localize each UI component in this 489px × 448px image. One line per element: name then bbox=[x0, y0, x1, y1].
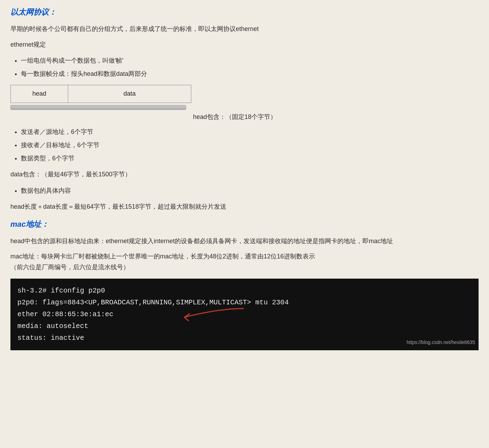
head-item-2: 接收者／目标地址，6个字节 bbox=[21, 139, 479, 151]
mac-intro-paragraph: head中包含的源和目标地址由来：ethernet规定接入internet的设备… bbox=[10, 236, 479, 247]
frame-bullet-list: 一组电信号构成一个数据包，叫做'帧' 每一数据帧分成：报头head和数据data… bbox=[21, 55, 479, 80]
intro-paragraph: 早期的时候各个公司都有自己的分组方式，后来形成了统一的标准，即以太网协议ethe… bbox=[10, 24, 479, 34]
frame-item-2: 每一数据帧分成：报头head和数据data两部分 bbox=[21, 68, 479, 80]
frame-data-cell: data bbox=[68, 85, 191, 103]
terminal-line-3: ether 02:88:65:3e:a1:ec bbox=[17, 309, 472, 320]
terminal-line-5: status: inactive bbox=[17, 332, 472, 344]
csdn-link: https://blog.csdn.net/hexile8635 bbox=[407, 338, 475, 347]
mac-detail-paragraph: mac地址：每块网卡出厂时都被烧制上一个世界唯一的mac地址，长度为48位2进制… bbox=[10, 251, 479, 272]
scrollbar-area[interactable] bbox=[10, 105, 186, 110]
data-bullet-list: 数据包的具体内容 bbox=[21, 185, 479, 197]
head-item-3: 数据类型，6个字节 bbox=[21, 152, 479, 164]
total-note-paragraph: head长度＋data长度＝最短64字节，最长1518字节，超过最大限制就分片发… bbox=[10, 201, 479, 212]
scrollbar-thumb[interactable] bbox=[10, 105, 186, 110]
ethernet-rule-paragraph: ethernet规定 bbox=[10, 39, 479, 50]
data-note-paragraph: data包含：（最短46字节，最长1500字节） bbox=[10, 169, 479, 180]
head-item-1: 发送者／源地址，6个字节 bbox=[21, 126, 479, 138]
frame-head-cell: head bbox=[11, 85, 68, 103]
terminal-block: sh-3.2# ifconfig p2p0 p2p0: flags=8843<U… bbox=[10, 279, 479, 350]
terminal-line-1: sh-3.2# ifconfig p2p0 bbox=[17, 285, 472, 297]
frame-item-1: 一组电信号构成一个数据包，叫做'帧' bbox=[21, 55, 479, 66]
section-title-ethernet: 以太网协议： bbox=[10, 7, 479, 17]
frame-diagram: head data bbox=[10, 85, 191, 103]
section-title-mac: mac地址： bbox=[10, 219, 479, 230]
head-bullet-list: 发送者／源地址，6个字节 接收者／目标地址，6个字节 数据类型，6个字节 bbox=[21, 126, 479, 165]
data-item-1: 数据包的具体内容 bbox=[21, 185, 479, 197]
head-note: head包含：（固定18个字节） bbox=[193, 113, 479, 121]
arrow-icon bbox=[150, 305, 247, 324]
